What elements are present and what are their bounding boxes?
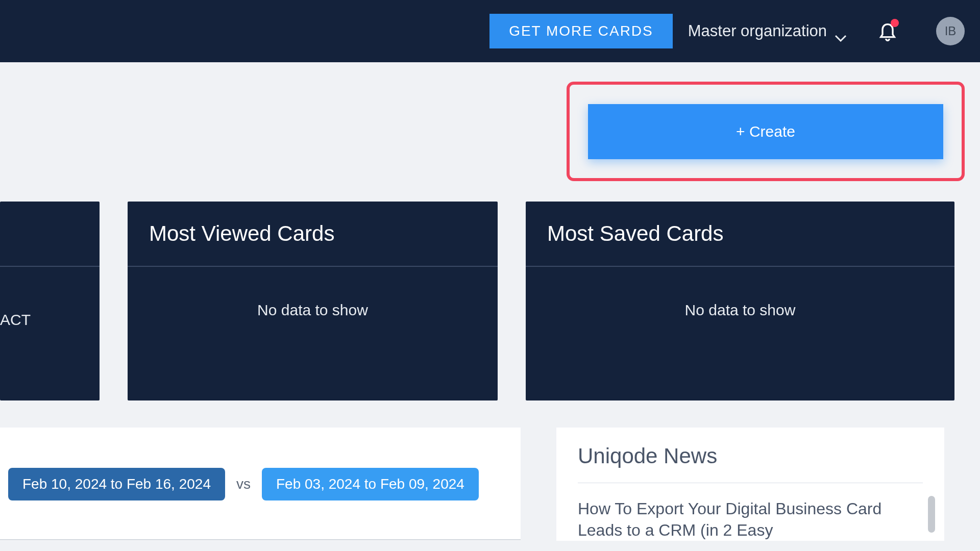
card-header: Most Viewed Cards	[128, 202, 498, 267]
card-header: Most Saved Cards	[526, 202, 954, 267]
news-item[interactable]: How To Export Your Digital Business Card…	[578, 483, 923, 541]
news-panel: Uniqode News How To Export Your Digital …	[556, 428, 944, 541]
org-dropdown[interactable]: Master organization	[688, 22, 847, 40]
create-button[interactable]: + Create	[588, 104, 943, 159]
most-viewed-card: Most Viewed Cards No data to show	[128, 202, 498, 400]
dates-panel: Feb 10, 2024 to Feb 16, 2024 vs Feb 03, …	[0, 428, 521, 541]
cards-row: ACT Most Viewed Cards No data to show Mo…	[0, 202, 980, 400]
scrollbar-thumb[interactable]	[928, 496, 935, 533]
create-highlight-box: + Create	[567, 82, 965, 181]
most-saved-title: Most Saved Cards	[547, 221, 723, 246]
date-range-primary[interactable]: Feb 10, 2024 to Feb 16, 2024	[8, 468, 225, 500]
most-saved-card: Most Saved Cards No data to show	[526, 202, 954, 400]
avatar[interactable]: IB	[936, 17, 965, 45]
partial-label: ACT	[0, 311, 31, 329]
most-viewed-empty-text: No data to show	[257, 302, 368, 319]
notifications-button[interactable]	[877, 20, 898, 42]
card-body: No data to show	[128, 267, 498, 398]
card-header-partial	[0, 202, 100, 267]
card-partial: ACT	[0, 202, 100, 400]
chevron-down-icon	[835, 28, 847, 35]
news-title: Uniqode News	[578, 444, 923, 483]
app-header: GET MORE CARDS Master organization IB	[0, 0, 980, 62]
card-body: No data to show	[526, 267, 954, 398]
most-viewed-title: Most Viewed Cards	[149, 221, 334, 246]
vs-label: vs	[236, 476, 251, 492]
divider	[0, 539, 521, 540]
lower-row: Feb 10, 2024 to Feb 16, 2024 vs Feb 03, …	[0, 428, 980, 541]
date-range-secondary[interactable]: Feb 03, 2024 to Feb 09, 2024	[262, 468, 479, 500]
most-saved-empty-text: No data to show	[685, 302, 796, 319]
org-label: Master organization	[688, 22, 827, 40]
get-more-cards-button[interactable]: GET MORE CARDS	[489, 14, 673, 48]
notification-dot-icon	[891, 19, 899, 27]
